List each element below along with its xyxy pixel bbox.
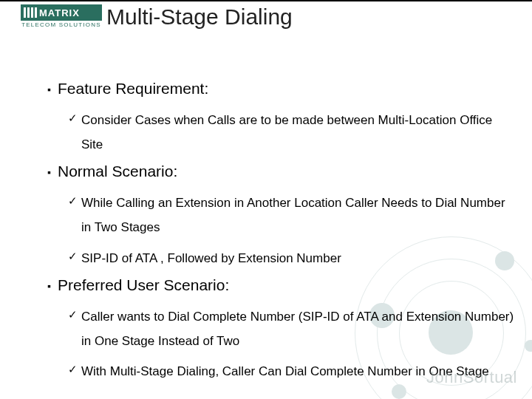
slide: MATRIX TELECOM SOLUTIONS Multi-Stage Dia… [0, 0, 532, 399]
square-bullet-icon: ▪ [47, 80, 58, 99]
list-item-text: While Calling an Extension in Another Lo… [81, 191, 517, 239]
logo-subtitle: TELECOM SOLUTIONS [21, 21, 102, 28]
list-item: ✓ Consider Cases when Calls are to be ma… [68, 108, 517, 157]
list-item: ✓ With Multi-Stage Dialing, Caller Can D… [68, 359, 517, 383]
section-heading: ▪ Preferred User Scenario: [47, 276, 517, 296]
list-item-text: Caller wants to Dial Complete Number (SI… [81, 304, 517, 353]
section-heading-text: Normal Scenario: [58, 163, 177, 180]
list-item: ✓ SIP-ID of ATA , Followed by Extension … [68, 246, 517, 270]
list-item-text: With Multi-Stage Dialing, Caller Can Dia… [81, 359, 489, 383]
logo-top: MATRIX [21, 4, 102, 21]
section-heading: ▪ Feature Requirement: [47, 80, 517, 99]
list-item: ✓ Caller wants to Dial Complete Number (… [68, 304, 517, 353]
check-icon: ✓ [68, 359, 81, 380]
slide-title: Multi-Stage Dialing [106, 4, 293, 30]
square-bullet-icon: ▪ [47, 163, 58, 182]
check-icon: ✓ [68, 191, 81, 211]
section-heading: ▪ Normal Scenario: [47, 163, 517, 182]
top-divider [0, 0, 532, 1]
square-bullet-icon: ▪ [47, 276, 58, 296]
list-item-text: SIP-ID of ATA , Followed by Extension Nu… [81, 246, 341, 270]
check-icon: ✓ [68, 108, 81, 129]
list-item-text: Consider Cases when Calls are to be made… [81, 108, 517, 157]
logo-bars-icon [24, 7, 37, 18]
logo-brand-text: MATRIX [39, 7, 80, 18]
check-icon: ✓ [68, 246, 81, 267]
content-body: ▪ Feature Requirement: ✓ Consider Cases … [47, 74, 517, 389]
brand-logo: MATRIX TELECOM SOLUTIONS [21, 4, 102, 28]
list-item: ✓ While Calling an Extension in Another … [68, 191, 517, 239]
section-heading-text: Feature Requirement: [58, 80, 208, 98]
check-icon: ✓ [68, 304, 81, 325]
section-heading-text: Preferred User Scenario: [58, 276, 229, 294]
